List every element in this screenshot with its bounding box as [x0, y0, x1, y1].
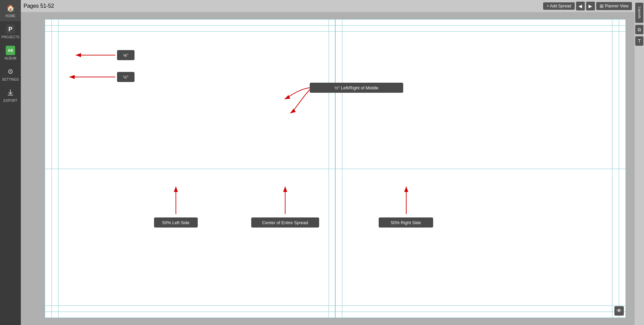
export-icon	[6, 88, 15, 97]
home-icon: 🏠	[6, 3, 15, 13]
grid-line-h-top-edge	[45, 19, 626, 19]
sidebar-item-home-label: HOME	[5, 14, 15, 18]
projects-icon: P	[6, 25, 15, 34]
sidebar-item-settings-label: SETTINGS	[2, 78, 19, 81]
sidebar-item-export-label: EXPORT	[4, 99, 17, 103]
svg-rect-6	[117, 72, 135, 82]
svg-rect-11	[154, 217, 198, 228]
next-page-button[interactable]: ▶	[586, 2, 595, 10]
prev-page-button[interactable]: ◀	[576, 2, 585, 10]
left-sidebar: 🏠 HOME P PROJECTS AB ALBUM ⚙ SETTINGS EX…	[0, 0, 21, 325]
grid-line-h-bleed-top	[45, 25, 626, 26]
right-sidebar: Layouts ⧉ T	[635, 0, 644, 325]
copy-button[interactable]: ⧉	[635, 25, 643, 34]
svg-text:½" Left/Right of Middle: ½" Left/Right of Middle	[334, 85, 378, 90]
settings-icon: ⚙	[6, 67, 15, 76]
text-icon: T	[638, 38, 641, 44]
album-icon: AB	[6, 46, 15, 55]
topbar: Pages 51-52 + Add Spread ◀ ▶ ⊞ Planner V…	[21, 0, 635, 12]
grid-line-h-safe-top	[45, 31, 626, 32]
sidebar-item-projects-label: PROJECTS	[1, 35, 19, 39]
planner-view-button[interactable]: ⊞ Planner View	[596, 2, 632, 10]
pages-label: Pages 51-52	[24, 3, 54, 9]
sidebar-item-projects[interactable]: P PROJECTS	[0, 21, 21, 42]
svg-text:⅛": ⅛"	[123, 53, 128, 58]
grid-icon: ⊞	[600, 3, 604, 9]
topbar-controls: + Add Spread ◀ ▶ ⊞ Planner View	[543, 2, 632, 10]
svg-rect-17	[379, 217, 433, 228]
svg-rect-14	[251, 217, 319, 228]
grid-line-h-safe-bottom	[45, 306, 626, 306]
svg-rect-3	[117, 50, 135, 60]
grid-line-h-center	[45, 169, 626, 169]
sidebar-item-export[interactable]: EXPORT	[0, 85, 21, 106]
svg-rect-8	[310, 83, 403, 93]
sidebar-item-album[interactable]: AB ALBUM	[0, 42, 21, 64]
add-spread-button[interactable]: + Add Spread	[543, 2, 574, 10]
sidebar-item-album-label: ALBUM	[5, 56, 16, 60]
grid-line-h-bottom-edge	[45, 318, 626, 318]
eye-button[interactable]: 👁	[614, 306, 624, 316]
canvas-area: ⅛" ½" ½" Left/Right of Middle 50% Left	[21, 12, 635, 325]
sidebar-item-home[interactable]: 🏠 HOME	[0, 0, 21, 21]
svg-text:50% Right Side: 50% Right Side	[391, 220, 421, 225]
layouts-button[interactable]: Layouts	[635, 3, 643, 23]
main-content: Pages 51-52 + Add Spread ◀ ▶ ⊞ Planner V…	[21, 0, 635, 325]
svg-text:½": ½"	[123, 75, 128, 80]
grid-line-h-bleed-bottom	[45, 312, 626, 312]
spread-canvas[interactable]: ⅛" ½" ½" Left/Right of Middle 50% Left	[44, 19, 626, 318]
copy-icon: ⧉	[638, 27, 641, 33]
sidebar-item-settings[interactable]: ⚙ SETTINGS	[0, 64, 21, 85]
text-button[interactable]: T	[635, 36, 643, 46]
svg-text:Center of Entire Spread: Center of Entire Spread	[262, 220, 308, 225]
svg-text:50% Left Side: 50% Left Side	[162, 220, 190, 225]
